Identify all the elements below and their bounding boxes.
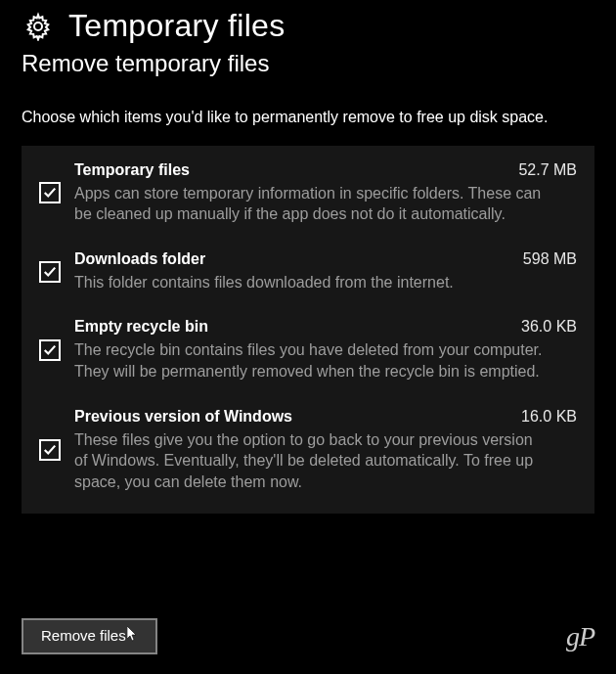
page-subtitle: Remove temporary files — [22, 50, 594, 77]
remove-files-button[interactable]: Remove files — [22, 618, 157, 654]
item-body: Temporary files 52.7 MB Apps can store t… — [74, 161, 577, 225]
item-title: Temporary files — [74, 161, 190, 179]
watermark: gP — [566, 621, 594, 652]
page-title: Temporary files — [68, 8, 285, 44]
cursor-icon — [127, 626, 138, 645]
item-description: These files give you the option to go ba… — [74, 429, 544, 493]
item-description: Apps can store temporary information in … — [74, 183, 544, 225]
item-size: 52.7 MB — [518, 161, 577, 179]
item-title: Previous version of Windows — [74, 408, 292, 426]
file-item-downloads-folder: Downloads folder 598 MB This folder cont… — [39, 250, 577, 293]
item-body: Empty recycle bin 36.0 KB The recycle bi… — [74, 318, 577, 382]
page-header: Temporary files — [22, 8, 594, 44]
file-item-temporary-files: Temporary files 52.7 MB Apps can store t… — [39, 161, 577, 225]
checkbox-recycle-bin[interactable] — [39, 339, 61, 361]
item-title: Downloads folder — [74, 250, 205, 268]
instruction-text: Choose which items you'd like to permane… — [22, 107, 550, 128]
item-size: 36.0 KB — [521, 318, 577, 336]
checkbox-previous-windows[interactable] — [39, 439, 61, 461]
item-size: 598 MB — [523, 250, 577, 268]
item-header: Previous version of Windows 16.0 KB — [74, 408, 577, 426]
item-body: Downloads folder 598 MB This folder cont… — [74, 250, 577, 293]
checkbox-downloads-folder[interactable] — [39, 261, 61, 283]
item-body: Previous version of Windows 16.0 KB Thes… — [74, 408, 577, 493]
gear-icon — [22, 10, 55, 43]
remove-files-label: Remove files — [41, 627, 126, 644]
item-description: This folder contains files downloaded fr… — [74, 272, 544, 293]
file-item-recycle-bin: Empty recycle bin 36.0 KB The recycle bi… — [39, 318, 577, 382]
item-description: The recycle bin contains files you have … — [74, 339, 544, 382]
temporary-files-panel: Temporary files 52.7 MB Apps can store t… — [22, 146, 594, 515]
file-item-previous-windows: Previous version of Windows 16.0 KB Thes… — [39, 408, 577, 493]
svg-point-0 — [34, 22, 42, 30]
item-header: Downloads folder 598 MB — [74, 250, 577, 268]
item-size: 16.0 KB — [521, 408, 577, 426]
checkbox-temporary-files[interactable] — [39, 182, 61, 203]
item-title: Empty recycle bin — [74, 318, 208, 336]
item-header: Temporary files 52.7 MB — [74, 161, 577, 179]
item-header: Empty recycle bin 36.0 KB — [74, 318, 577, 336]
